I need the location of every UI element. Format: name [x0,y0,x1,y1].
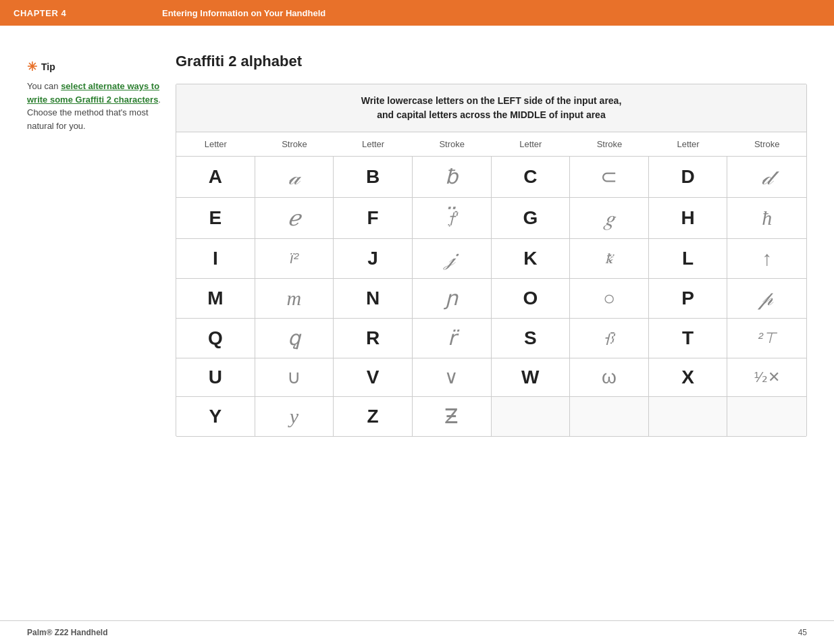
col-header-letter3: Letter [492,132,571,156]
col-header-stroke4: Stroke [727,132,806,156]
cell-R-stroke: r̈ [413,319,492,358]
cell-empty3 [649,397,728,436]
letter-Z: Z [367,407,379,426]
cell-R-letter: R [334,319,413,358]
table-row: U ∪ V ∨ W ω X ¹⁄₂✕ [176,358,806,397]
main-content: ✳ Tip You can select alternate ways to w… [0,26,834,464]
table-header-text: Write lowercase letters on the LEFT side… [176,84,806,132]
footer-page-number: 45 [798,628,807,637]
cell-I-letter: I [176,239,255,278]
stroke-H: ħ [762,208,772,228]
table-row: I ï² J 𝒿 K ꝅ̈ L ↑ [176,239,806,279]
letter-L: L [682,249,694,268]
cell-F-letter: F [334,198,413,238]
cell-P-stroke: 𝓅 [727,279,806,318]
stroke-G: 𝑔 [604,207,615,229]
header-title: Entering Information on Your Handheld [162,8,325,18]
cell-O-stroke: ○ [570,279,649,318]
letter-P: P [681,289,694,308]
stroke-X: ¹⁄₂✕ [754,370,780,385]
cell-W-letter: W [492,358,571,396]
cell-H-stroke: ħ [727,198,806,238]
stroke-Q: q̨ [288,328,301,348]
cell-empty4 [727,397,806,436]
tip-text-before: You can [27,81,61,91]
cell-I-stroke: ï² [255,239,334,278]
letter-W: W [521,368,539,387]
cell-T-letter: T [649,319,728,358]
stroke-I: ï² [290,251,298,266]
table-header-line2: and capital letters across the MIDDLE of… [190,108,793,122]
right-content: Graffiti 2 alphabet Write lowercase lett… [176,53,807,437]
table-row: A 𝒶 B ƀ C ⊂ D 𝒹 [176,157,806,198]
cell-Q-stroke: q̨ [255,319,334,358]
stroke-V: ∨ [444,368,459,387]
tip-sidebar: ✳ Tip You can select alternate ways to w… [27,53,176,437]
cell-N-letter: N [334,279,413,318]
letter-M: M [207,289,223,308]
cell-A-letter: A [176,157,255,197]
letter-T: T [682,329,694,348]
cell-F-stroke: ꝭ̈ [413,198,492,238]
footer: Palm® Z22 Handheld 45 [0,620,834,644]
stroke-Z: Ƶ [444,406,459,427]
stroke-J: 𝒿 [448,248,454,269]
col-header-letter1: Letter [176,132,255,156]
stroke-N: ɲ [445,288,458,308]
stroke-S: ꟗ [604,328,614,348]
letter-I: I [213,249,218,268]
letter-D: D [681,167,694,186]
cell-H-letter: H [649,198,728,238]
table-row: Q q̨ R r̈ S ꟗ T ²⊤ [176,319,806,358]
tip-header: ✳ Tip [27,59,162,74]
cell-E-stroke: ℯ [255,198,334,238]
letter-E: E [209,209,221,227]
letter-J: J [367,249,378,268]
stroke-R: r̈ [448,328,456,348]
stroke-O: ○ [603,288,615,308]
cell-K-stroke: ꝅ̈ [570,239,649,278]
stroke-K: ꝅ̈ [605,251,613,266]
letter-A: A [209,167,222,186]
section-title: Graffiti 2 alphabet [176,53,807,70]
cell-G-stroke: 𝑔 [570,198,649,238]
cell-Z-letter: Z [334,397,413,436]
stroke-D: 𝒹 [762,166,773,188]
cell-S-stroke: ꟗ [570,319,649,358]
stroke-M: m [287,288,302,308]
cell-D-letter: D [649,157,728,197]
col-header-stroke2: Stroke [413,132,492,156]
footer-brand: Palm® Z22 Handheld [27,628,108,637]
col-header-letter2: Letter [334,132,413,156]
header-chapter: CHAPTER 4 [14,8,162,18]
cell-N-stroke: ɲ [413,279,492,318]
cell-V-stroke: ∨ [413,358,492,396]
cell-V-letter: V [334,358,413,396]
cell-L-letter: L [649,239,728,278]
cell-E-letter: E [176,198,255,238]
cell-Z-stroke: Ƶ [413,397,492,436]
cell-Q-letter: Q [176,319,255,358]
tip-label: Tip [41,61,55,72]
stroke-L: ↑ [762,248,772,269]
cell-T-stroke: ²⊤ [727,319,806,358]
letter-H: H [681,209,694,227]
stroke-C: ⊂ [600,167,617,187]
letter-S: S [524,329,537,348]
stroke-F: ꝭ̈ [447,209,457,227]
cell-B-stroke: ƀ [413,157,492,197]
letter-K: K [523,249,537,268]
cell-Y-stroke: y [255,397,334,436]
letter-R: R [366,329,380,348]
col-header-stroke1: Stroke [255,132,334,156]
letter-F: F [367,209,379,227]
stroke-B: ƀ [445,167,458,187]
cell-M-letter: M [176,279,255,318]
col-header-stroke3: Stroke [570,132,649,156]
letter-Q: Q [208,329,223,348]
tip-star-icon: ✳ [27,59,37,74]
stroke-A: 𝒶 [288,166,299,188]
cell-W-stroke: ω [570,358,649,396]
cell-C-letter: C [492,157,571,197]
cell-X-letter: X [649,358,728,396]
